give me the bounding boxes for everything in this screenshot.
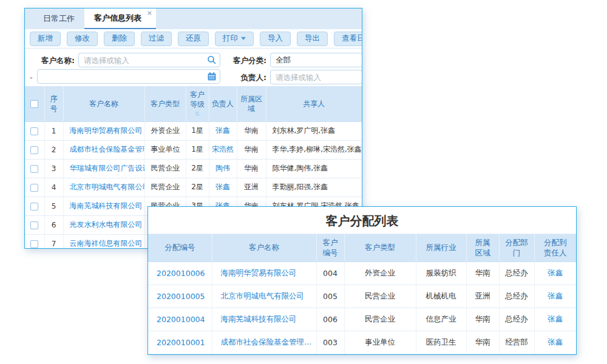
customer-name-link[interactable]: 海南明华贸易有限公司 <box>221 268 297 277</box>
owner-link[interactable]: 宋浩然 <box>212 145 234 153</box>
alloc-no-link[interactable]: 2020010004 <box>157 315 205 324</box>
assignee-link[interactable]: 张鑫 <box>548 268 563 277</box>
customer-name-link[interactable]: 北京市明城电气有限公司 <box>70 183 145 191</box>
industry-cell: 服装纺织 <box>416 262 466 285</box>
owner-input[interactable] <box>270 70 362 84</box>
customer-name-link[interactable]: 海南明华贸易有限公司 <box>70 126 143 135</box>
customer-type-cell: 外资企业 <box>144 121 186 140</box>
assignee-link[interactable]: 张鑫 <box>548 291 563 300</box>
tab-daily-work[interactable]: 日常工作 <box>33 8 84 29</box>
customer-name-cell: 成都市社会保险基金管理... <box>63 140 144 159</box>
alloc-no-link[interactable]: 2020010005 <box>157 292 205 301</box>
customer-name-cell: 海南明华贸易有限公司 <box>63 121 144 140</box>
customer-name-cell: 光发水利水电有限公司 <box>63 215 144 234</box>
row-checkbox[interactable] <box>30 165 38 173</box>
alloc-dept-cell: 总经办 <box>499 308 534 331</box>
date-input[interactable] <box>37 69 220 84</box>
customer-name-link[interactable]: 海南芜城科技有限公司 <box>70 201 143 210</box>
row-checkbox[interactable] <box>30 184 38 192</box>
print-button[interactable]: 打印 <box>215 32 254 46</box>
row-checkbox[interactable] <box>30 146 38 154</box>
import-button[interactable]: 导入 <box>260 32 291 46</box>
customer-name-cell: 海南芜城科技有限公司 <box>212 308 316 331</box>
search-icon[interactable] <box>207 55 217 65</box>
close-icon[interactable]: × <box>147 10 152 16</box>
row-no: 5 <box>44 197 63 215</box>
assignee-link[interactable]: 张鑫 <box>548 314 563 323</box>
assignee-link[interactable]: 张鑫 <box>548 337 563 346</box>
customer-allocation-table-body: 2020010006 海南明华贸易有限公司 004 外资企业 服装纺织 华南 总… <box>148 262 576 354</box>
region-cell: 华南 <box>466 331 499 354</box>
assignee-cell: 张鑫 <box>534 308 576 331</box>
view-log-button[interactable]: 查看日志 <box>334 32 362 46</box>
region-cell: 华南 <box>237 140 266 159</box>
table-row[interactable]: 2020010006 海南明华贸易有限公司 004 外资企业 服装纺织 华南 总… <box>148 262 576 285</box>
customer-name-link[interactable]: 云南海祥信息有限公司 <box>70 239 143 248</box>
select-all-checkbox[interactable] <box>30 100 38 108</box>
row-checkbox[interactable] <box>30 221 38 229</box>
owner-link[interactable]: 陶伟 <box>215 164 230 172</box>
customer-no-cell: 005 <box>316 285 344 308</box>
alloc-no-cell: 2020010006 <box>148 262 212 285</box>
customer-name-link[interactable]: 华瑞城有限公司广告设计部 <box>70 164 145 172</box>
customer-name-link[interactable]: 海南芜城科技有限公司 <box>221 314 297 323</box>
customer-level-cell: 1星 <box>186 140 209 159</box>
row-checkbox[interactable] <box>30 203 38 211</box>
row-checkbox[interactable] <box>30 127 38 135</box>
customer-allocation-panel: 客户分配列表 分配编号 客户名称 客户编号 客户类型 所属行业 所属区域 分配部… <box>148 206 577 355</box>
calendar-icon[interactable] <box>207 72 217 81</box>
owner-label: 负责人: <box>225 73 266 83</box>
col-header-alloc-no: 分配编号 <box>148 234 212 262</box>
region-cell: 亚洲 <box>237 178 266 197</box>
row-no: 6 <box>44 215 63 234</box>
add-button[interactable]: 新增 <box>30 32 61 46</box>
sort-icon[interactable]: ⇅ <box>186 111 209 117</box>
button-label: 查看日志 <box>342 33 362 44</box>
customer-name-link[interactable]: 北京市明城电气有限公司 <box>221 291 305 300</box>
customer-name-cell: 云南海祥信息有限公司 <box>63 234 144 249</box>
table-row[interactable]: 3 华瑞城有限公司广告设计部 民营企业 2星 陶伟 华南 陈华健,陶伟,张鑫 <box>25 159 362 178</box>
owner-link[interactable]: 张鑫 <box>215 126 230 135</box>
customer-name-cell: 海南明华贸易有限公司 <box>212 262 316 285</box>
select-all-header <box>25 86 44 121</box>
col-header-customer-level: 客户等级⇅ <box>186 86 209 121</box>
col-header-customer-type: 客户类型 <box>144 86 186 121</box>
table-row[interactable]: 4 北京市明城电气有限公司 民营企业 2星 张鑫 亚洲 李勤丽,阳强,张鑫 <box>25 178 362 197</box>
table-row[interactable]: 2020010001 成都市社会保险基金管理... 003 事业单位 医药卫生 … <box>148 331 576 354</box>
customer-no-cell: 004 <box>316 262 344 285</box>
row-checkbox[interactable] <box>30 240 38 248</box>
modify-button[interactable]: 修改 <box>67 32 98 46</box>
customer-type-cell: 民营企业 <box>144 178 186 197</box>
table-row[interactable]: 2020010005 北京市明城电气有限公司 005 民营企业 机械机电 亚洲 … <box>148 285 576 308</box>
customer-no-cell: 003 <box>316 331 344 354</box>
customer-level-cell: 1星 <box>186 121 209 140</box>
alloc-no-link[interactable]: 2020010006 <box>157 269 205 278</box>
delete-button[interactable]: 删除 <box>104 32 135 46</box>
customer-name-input[interactable] <box>78 53 220 67</box>
date-range-separator: - <box>30 73 33 82</box>
table-row[interactable]: 2 成都市社会保险基金管理... 事业单位 1星 宋浩然 华南 李华,李婷,柳琳… <box>25 140 362 159</box>
customer-name-link[interactable]: 成都市社会保险基金管理... <box>70 145 145 153</box>
export-button[interactable]: 导出 <box>297 32 328 46</box>
restore-button[interactable]: 还原 <box>178 32 209 46</box>
col-header-region: 所属区域 <box>466 234 499 262</box>
tab-label: 客户信息列表 <box>94 13 141 24</box>
owner-link[interactable]: 张鑫 <box>215 183 230 191</box>
customer-name-link[interactable]: 成都市社会保险基金管理... <box>221 337 311 346</box>
table-header-row: 分配编号 客户名称 客户编号 客户类型 所属行业 所属区域 分配部门 分配到责任… <box>148 234 576 262</box>
col-header-region: 所属区域 <box>237 86 266 121</box>
table-row[interactable]: 2020010004 海南芜城科技有限公司 006 民营企业 信息产业 华南 总… <box>148 308 576 331</box>
alloc-no-link[interactable]: 2020010001 <box>157 338 205 347</box>
filter-button[interactable]: 过滤 <box>141 32 172 46</box>
button-label: 新增 <box>38 33 53 44</box>
owner-cell: 张鑫 <box>209 121 237 140</box>
chevron-down-icon <box>241 37 246 40</box>
customer-name-link[interactable]: 光发水利水电有限公司 <box>70 220 143 229</box>
customer-category-input[interactable] <box>270 53 362 67</box>
table-row[interactable]: 1 海南明华贸易有限公司 外资企业 1星 张鑫 华南 刘东林,罗广明,张鑫 <box>25 121 362 140</box>
tab-customer-info-list[interactable]: 客户信息列表 × <box>84 8 156 29</box>
col-header-customer-name: 客户名称 <box>63 86 144 121</box>
checkbox-cell <box>25 215 44 234</box>
button-label: 修改 <box>75 33 90 44</box>
button-label: 导入 <box>268 33 283 44</box>
